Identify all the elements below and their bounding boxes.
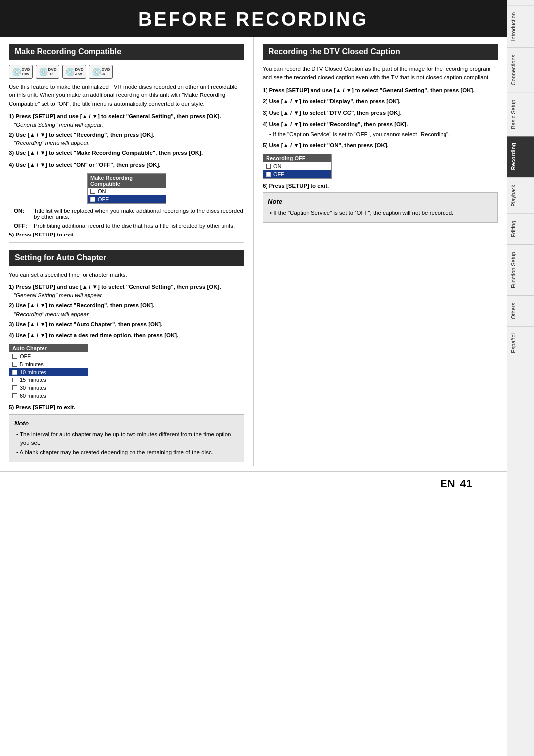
step-5-dtv: 5) Use [▲ / ▼] to select "ON", then pres… <box>263 142 498 150</box>
right-column: Recording the DTV Closed Caption You can… <box>254 37 498 466</box>
on-label: ON: <box>14 208 34 220</box>
ac-row-30min: 30 minutes <box>9 384 88 392</box>
step-2-auto-sub: "Recording" menu will appear. <box>14 311 244 317</box>
rec-label-on: ON <box>273 163 282 169</box>
step-4-dtv: 4) Use [▲ / ▼] to select "Recording", th… <box>263 120 498 129</box>
on-description-row: ON: Title list will be replaced when you… <box>14 208 244 220</box>
step-1-make: 1) Press [SETUP] and use [▲ / ▼] to sele… <box>9 112 244 121</box>
section-header-make-recording: Make Recording Compatible <box>9 44 244 60</box>
on-description: Title list will be replaced when you mak… <box>34 208 244 220</box>
table-row-on-label: ON <box>98 189 106 194</box>
page-number: 41 <box>460 477 472 490</box>
table-row-off-label: OFF <box>98 196 109 202</box>
ac-label-off: OFF <box>20 353 31 359</box>
rec-row-on: ON <box>263 162 331 170</box>
off-label: OFF: <box>14 223 34 229</box>
auto-chapter-intro: You can set a specified time for chapter… <box>9 271 244 279</box>
rec-checkbox-on <box>266 164 271 169</box>
step-3-dtv: 3) Use [▲ / ▼] to select "DTV CC", then … <box>263 109 498 117</box>
off-description: Prohibiting additional record to the dis… <box>34 223 235 229</box>
sidebar-tab-recording[interactable]: Recording <box>507 136 534 177</box>
ac-label-60min: 60 minutes <box>20 393 46 399</box>
step-1-auto-sub: "General Setting" menu will appear. <box>14 292 244 298</box>
rec-row-off: OFF <box>263 170 331 178</box>
section-header-dtv: Recording the DTV Closed Caption <box>263 44 498 60</box>
step-1-auto: 1) Press [SETUP] and use [▲ / ▼] to sele… <box>9 283 244 291</box>
sidebar-tab-connections[interactable]: Connections <box>507 47 534 92</box>
en-label: EN <box>440 477 455 490</box>
ac-row-5min: 5 minutes <box>9 360 88 368</box>
ac-label-5min: 5 minutes <box>20 361 44 367</box>
step-2-dtv: 2) Use [▲ / ▼] to select "Display", then… <box>263 97 498 106</box>
step-3-make: 3) Use [▲ / ▼] to select "Make Recording… <box>9 149 244 157</box>
rec-checkbox-off <box>266 172 271 177</box>
auto-chapter-note-title: Note <box>14 419 239 428</box>
press-setup-1: 5) Press [SETUP] to exit. <box>9 232 244 237</box>
dtv-note-title: Note <box>268 197 492 207</box>
left-column: Make Recording Compatible 💿 DVD+RW 💿 DVD… <box>9 37 254 466</box>
auto-chapter-note-2: • A blank chapter may be created dependi… <box>14 448 239 457</box>
ac-checkbox-off <box>12 354 17 359</box>
table-row-on: ON <box>88 188 166 195</box>
rec-label-off: OFF <box>273 171 284 177</box>
dtv-note-text: • If the "Caption Service" is set to "OF… <box>268 209 492 217</box>
ac-checkbox-10min <box>12 370 17 375</box>
ac-row-15min: 15 minutes <box>9 376 88 384</box>
ac-checkbox-15min <box>12 378 17 382</box>
dtv-note-box: Note • If the "Caption Service" is set t… <box>263 192 498 223</box>
make-recording-intro: Use this feature to make the unfinalized… <box>9 83 244 108</box>
dvd-icon-4: 💿 DVD-R <box>89 65 113 79</box>
auto-chapter-table: Auto Chapter OFF 5 minutes 10 minutes 15… <box>9 344 88 400</box>
two-col-layout: Make Recording Compatible 💿 DVD+RW 💿 DVD… <box>0 37 507 466</box>
auto-chapter-note-box: Note • The interval for auto chapter may… <box>9 414 244 462</box>
step-3-auto: 3) Use [▲ / ▼] to select "Auto Chapter",… <box>9 320 244 329</box>
step-4-dtv-sub: • If the "Caption Service" is set to "OF… <box>269 130 498 139</box>
auto-chapter-table-header: Auto Chapter <box>9 344 88 352</box>
make-recording-table-header: Make Recording Compatible <box>88 174 166 188</box>
ac-row-10min: 10 minutes <box>9 368 88 376</box>
ac-label-30min: 30 minutes <box>20 385 46 391</box>
section-header-auto-chapter: Setting for Auto Chapter <box>9 250 244 266</box>
main-content: BEFORE RECORDING Make Recording Compatib… <box>0 0 507 756</box>
step-2-make-sub: "Recording" menu will appear. <box>14 140 244 146</box>
off-description-row: OFF: Prohibiting additional record to th… <box>14 223 244 229</box>
step-1-make-sub: "General Setting" menu will appear. <box>14 122 244 128</box>
dvd-icon-3: 💿 DVD-RW <box>62 65 86 79</box>
dvd-icon-2: 💿 DVD+R <box>36 65 59 79</box>
sidebar-tab-editing[interactable]: Editing <box>507 213 534 244</box>
step-1-dtv: 1) Press [SETUP] and use [▲ / ▼] to sele… <box>263 86 498 94</box>
step-2-make: 2) Use [▲ / ▼] to select "Recording", th… <box>9 131 244 139</box>
make-recording-table: Make Recording Compatible ON OFF <box>87 173 166 204</box>
recording-table-header: Recording OFF <box>263 154 331 162</box>
checkbox-off <box>90 197 95 202</box>
ac-checkbox-60min <box>12 393 17 398</box>
bottom-bar: EN 41 <box>0 471 507 496</box>
dvd-icon-1: 💿 DVD+RW <box>9 65 33 79</box>
sidebar-tab-espanol[interactable]: Español <box>507 326 534 360</box>
press-setup-3: 6) Press [SETUP] to exit. <box>263 183 498 189</box>
page-title: BEFORE RECORDING <box>0 0 507 37</box>
auto-chapter-note-1: • The interval for auto chapter may be u… <box>14 430 239 448</box>
table-row-off: OFF <box>88 195 166 203</box>
ac-label-10min: 10 minutes <box>20 369 46 375</box>
dvd-icons-row: 💿 DVD+RW 💿 DVD+R 💿 DVD-RW 💿 DVD-R <box>9 65 244 79</box>
ac-checkbox-30min <box>12 385 17 390</box>
ac-row-60min: 60 minutes <box>9 392 88 400</box>
on-off-descriptions: ON: Title list will be replaced when you… <box>14 208 244 229</box>
sidebar-tab-basic-setup[interactable]: Basic Setup <box>507 93 534 136</box>
dtv-intro: You can record the DTV Closed Caption as… <box>263 65 498 82</box>
ac-checkbox-5min <box>12 362 17 367</box>
recording-table: Recording OFF ON OFF <box>263 154 332 179</box>
step-2-auto: 2) Use [▲ / ▼] to select "Recording", th… <box>9 301 244 310</box>
sidebar-tab-others[interactable]: Others <box>507 295 534 326</box>
press-setup-2: 5) Press [SETUP] to exit. <box>9 404 244 410</box>
checkbox-on <box>90 189 95 194</box>
ac-label-15min: 15 minutes <box>20 377 46 383</box>
sidebar-tab-function-setup[interactable]: Function Setup <box>507 244 534 295</box>
step-4-auto: 4) Use [▲ / ▼] to select a desired time … <box>9 331 244 340</box>
step-4-make: 4) Use [▲ / ▼] to select "ON" or "OFF", … <box>9 161 244 169</box>
ac-row-off: OFF <box>9 352 88 360</box>
sidebar-tab-introduction[interactable]: Introduction <box>507 5 534 47</box>
right-sidebar: Introduction Connections Basic Setup Rec… <box>507 0 534 756</box>
sidebar-tab-playback[interactable]: Playback <box>507 177 534 214</box>
